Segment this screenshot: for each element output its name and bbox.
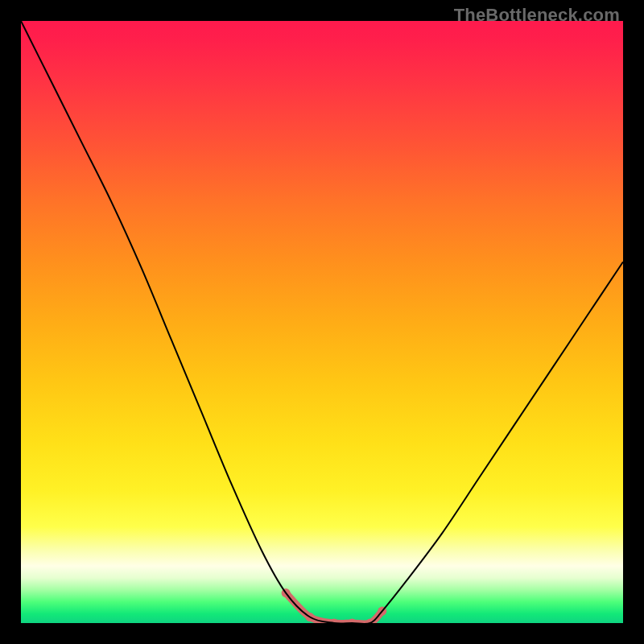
bottleneck-chart xyxy=(21,21,623,623)
chart-frame xyxy=(21,21,623,623)
chart-background xyxy=(21,21,623,623)
